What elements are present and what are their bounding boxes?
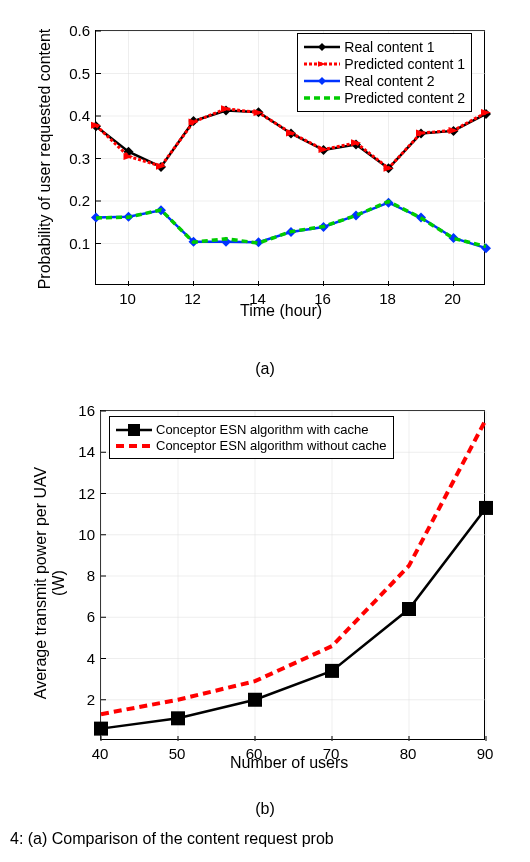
svg-marker-68 (318, 77, 326, 85)
svg-rect-101 (325, 664, 339, 678)
legend-a: Real content 1Predicted content 1Real co… (297, 33, 472, 112)
legend-swatch (304, 92, 340, 104)
legend-swatch (304, 58, 340, 70)
svg-rect-99 (171, 711, 185, 725)
legend-swatch (116, 440, 152, 452)
x-tick: 12 (184, 290, 201, 307)
x-tick: 60 (246, 745, 263, 762)
legend-row: Predicted content 1 (304, 56, 465, 72)
x-tick: 50 (169, 745, 186, 762)
legend-label: Predicted content 1 (344, 56, 465, 72)
x-tick: 14 (249, 290, 266, 307)
y-tick: 12 (65, 484, 95, 501)
y-tick: 4 (65, 649, 95, 666)
chart-b: Conceptor ESN algorithm with cacheConcep… (20, 390, 510, 790)
legend-row: Conceptor ESN algorithm without cache (116, 438, 387, 453)
svg-rect-100 (248, 693, 262, 707)
plot-area-b: Conceptor ESN algorithm with cacheConcep… (100, 410, 485, 740)
chart-a: Real content 1Predicted content 1Real co… (20, 10, 510, 350)
legend-b: Conceptor ESN algorithm with cacheConcep… (109, 416, 394, 459)
legend-swatch (304, 75, 340, 87)
y-tick: 0.3 (60, 149, 90, 166)
legend-label: Predicted content 2 (344, 90, 465, 106)
legend-label: Real content 2 (344, 73, 434, 89)
x-tick: 20 (444, 290, 461, 307)
svg-rect-105 (128, 424, 140, 436)
x-tick: 16 (314, 290, 331, 307)
sublabel-b: (b) (0, 800, 530, 818)
x-tick: 10 (119, 290, 136, 307)
legend-label: Real content 1 (344, 39, 434, 55)
svg-rect-103 (479, 501, 493, 515)
caption-fragment: 4: (a) Comparison of the content request… (0, 830, 530, 848)
legend-row: Predicted content 2 (304, 90, 465, 106)
x-tick: 90 (477, 745, 494, 762)
y-tick: 8 (65, 567, 95, 584)
svg-rect-102 (402, 602, 416, 616)
svg-marker-66 (318, 61, 326, 67)
ylabel-b: Average transmit power per UAV (W) (32, 453, 68, 713)
chart-b-svg (101, 411, 486, 741)
x-tick: 40 (92, 745, 109, 762)
legend-row: Real content 2 (304, 73, 465, 89)
svg-marker-64 (318, 43, 326, 51)
legend-label: Conceptor ESN algorithm with cache (156, 422, 368, 437)
ylabel-a: Probability of user requested content (36, 24, 54, 294)
legend-row: Conceptor ESN algorithm with cache (116, 422, 387, 437)
y-tick: 6 (65, 608, 95, 625)
sublabel-a: (a) (0, 360, 530, 378)
x-tick: 80 (400, 745, 417, 762)
legend-row: Real content 1 (304, 39, 465, 55)
y-tick: 0.2 (60, 192, 90, 209)
legend-swatch (116, 424, 152, 436)
y-tick: 0.6 (60, 22, 90, 39)
svg-rect-98 (94, 722, 108, 736)
y-tick: 0.4 (60, 107, 90, 124)
y-tick: 0.5 (60, 64, 90, 81)
legend-label: Conceptor ESN algorithm without cache (156, 438, 387, 453)
y-tick: 2 (65, 690, 95, 707)
x-tick: 70 (323, 745, 340, 762)
y-tick: 10 (65, 525, 95, 542)
y-tick: 14 (65, 443, 95, 460)
plot-area-a: Real content 1Predicted content 1Real co… (95, 30, 485, 285)
x-tick: 18 (379, 290, 396, 307)
y-tick: 16 (65, 402, 95, 419)
y-tick: 0.1 (60, 234, 90, 251)
legend-swatch (304, 41, 340, 53)
